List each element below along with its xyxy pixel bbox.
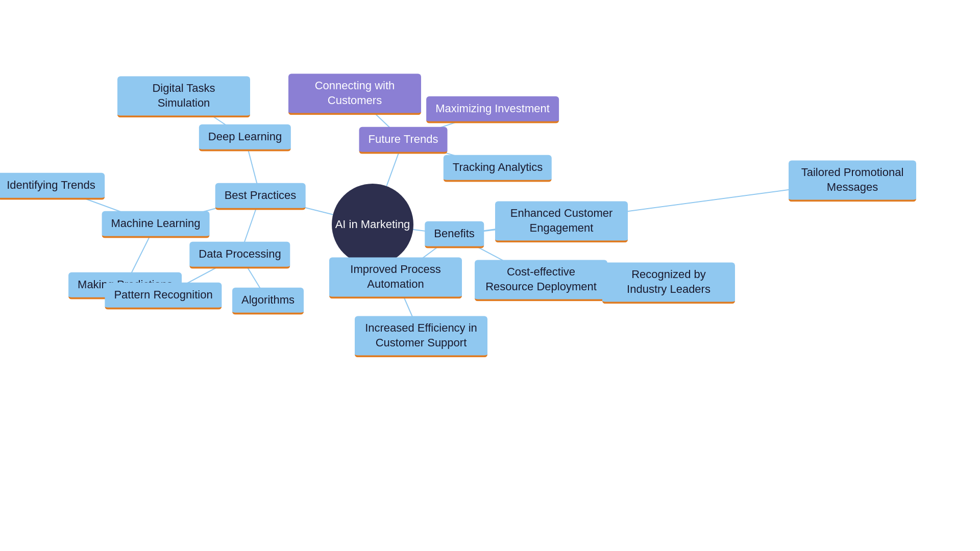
node-label-pattern-recognition: Pattern Recognition — [105, 283, 222, 310]
node-label-best-practices: Best Practices — [215, 183, 306, 210]
node-enhanced-engagement[interactable]: Enhanced Customer Engagement — [495, 201, 628, 242]
mindmap-container: AI in MarketingBest PracticesMachine Lea… — [0, 0, 980, 551]
node-label-future-trends: Future Trends — [359, 127, 448, 154]
node-algorithms[interactable]: Algorithms — [232, 288, 304, 315]
node-connecting-customers[interactable]: Connecting with Customers — [288, 73, 421, 115]
node-label-machine-learning: Machine Learning — [102, 211, 210, 238]
node-label-enhanced-engagement: Enhanced Customer Engagement — [495, 201, 628, 242]
node-label-identifying-trends: Identifying Trends — [0, 173, 105, 200]
node-label-cost-effective: Cost-effective Resource Deployment — [475, 260, 607, 301]
node-deep-learning[interactable]: Deep Learning — [199, 124, 291, 152]
node-label-recognized-leaders: Recognized by Industry Leaders — [602, 262, 735, 304]
node-future-trends[interactable]: Future Trends — [359, 127, 448, 154]
node-label-tracking-analytics: Tracking Analytics — [444, 155, 552, 182]
node-label-benefits: Benefits — [425, 221, 484, 248]
node-identifying-trends[interactable]: Identifying Trends — [0, 173, 105, 200]
node-label-deep-learning: Deep Learning — [199, 124, 291, 152]
node-label-maximizing-investment: Maximizing Investment — [426, 96, 559, 123]
node-best-practices[interactable]: Best Practices — [215, 183, 306, 210]
node-data-processing[interactable]: Data Processing — [189, 242, 290, 269]
node-increased-efficiency[interactable]: Increased Efficiency in Customer Support — [355, 316, 487, 357]
node-label-data-processing: Data Processing — [189, 242, 290, 269]
center-node: AI in Marketing — [332, 184, 413, 265]
node-digital-tasks[interactable]: Digital Tasks Simulation — [117, 76, 250, 117]
node-machine-learning[interactable]: Machine Learning — [102, 211, 210, 238]
node-label-digital-tasks: Digital Tasks Simulation — [117, 76, 250, 117]
node-label-connecting-customers: Connecting with Customers — [288, 73, 421, 115]
node-tracking-analytics[interactable]: Tracking Analytics — [444, 155, 552, 182]
node-cost-effective[interactable]: Cost-effective Resource Deployment — [475, 260, 607, 301]
node-label-increased-efficiency: Increased Efficiency in Customer Support — [355, 316, 487, 357]
node-benefits[interactable]: Benefits — [425, 221, 484, 248]
center-label: AI in Marketing — [332, 184, 413, 265]
node-maximizing-investment[interactable]: Maximizing Investment — [426, 96, 559, 123]
node-recognized-leaders[interactable]: Recognized by Industry Leaders — [602, 262, 735, 304]
node-label-tailored-promo: Tailored Promotional Messages — [789, 160, 916, 202]
node-label-improved-automation: Improved Process Automation — [329, 257, 462, 298]
node-tailored-promo[interactable]: Tailored Promotional Messages — [789, 160, 916, 202]
node-improved-automation[interactable]: Improved Process Automation — [329, 257, 462, 298]
node-label-algorithms: Algorithms — [232, 288, 304, 315]
node-pattern-recognition[interactable]: Pattern Recognition — [105, 283, 222, 310]
